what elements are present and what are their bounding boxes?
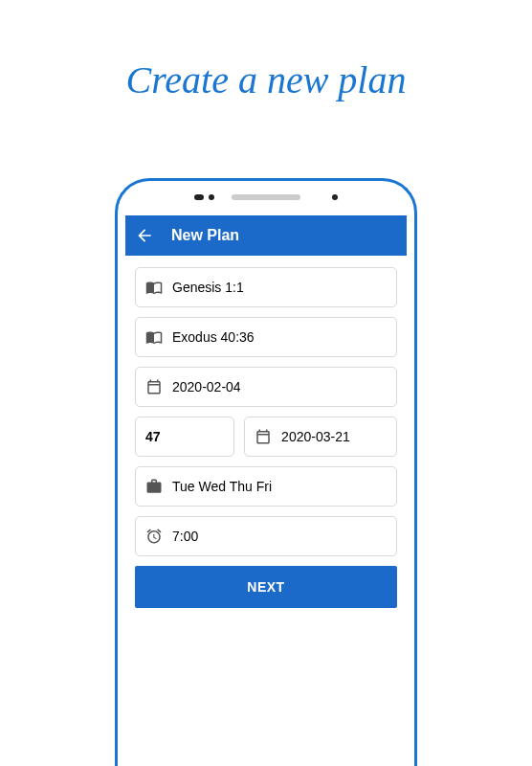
next-button-label: NEXT (247, 579, 284, 595)
end-verse-field[interactable]: Exodus 40:36 (135, 317, 397, 357)
phone-speaker (232, 194, 300, 200)
phone-side-button (115, 305, 116, 340)
duration-value: 47 (145, 429, 161, 444)
next-button[interactable]: NEXT (135, 566, 397, 608)
phone-screen: New Plan Genesis 1:1 Exodus 40:36 2020-0… (125, 215, 407, 766)
briefcase-icon (145, 478, 163, 495)
calendar-icon (145, 378, 163, 395)
end-date-field[interactable]: 2020-03-21 (244, 417, 397, 457)
phone-notch-area (118, 181, 414, 210)
phone-side-button (115, 349, 116, 384)
reminder-time-value: 7:00 (172, 529, 198, 544)
days-of-week-value: Tue Wed Thu Fri (172, 479, 272, 494)
calendar-icon (255, 428, 272, 445)
start-verse-field[interactable]: Genesis 1:1 (135, 267, 397, 307)
book-icon (145, 279, 163, 296)
phone-sensor (209, 194, 214, 200)
plan-form: Genesis 1:1 Exodus 40:36 2020-02-04 47 2… (125, 256, 407, 620)
start-verse-value: Genesis 1:1 (172, 280, 244, 295)
start-date-field[interactable]: 2020-02-04 (135, 367, 397, 407)
end-verse-value: Exodus 40:36 (172, 329, 255, 345)
back-arrow-icon[interactable] (135, 226, 154, 245)
end-date-value: 2020-03-21 (281, 429, 350, 444)
phone-camera (332, 194, 338, 200)
days-of-week-field[interactable]: Tue Wed Thu Fri (135, 466, 397, 507)
app-bar-title: New Plan (171, 227, 239, 244)
phone-sensor (194, 194, 204, 200)
app-bar: New Plan (125, 215, 407, 256)
phone-frame: New Plan Genesis 1:1 Exodus 40:36 2020-0… (115, 178, 417, 766)
reminder-time-field[interactable]: 7:00 (135, 516, 397, 556)
book-icon (145, 328, 163, 346)
page-heading: Create a new plan (0, 57, 532, 102)
start-date-value: 2020-02-04 (172, 379, 241, 394)
duration-field[interactable]: 47 (135, 417, 234, 457)
alarm-icon (145, 528, 163, 545)
duration-enddate-row: 47 2020-03-21 (135, 417, 397, 457)
